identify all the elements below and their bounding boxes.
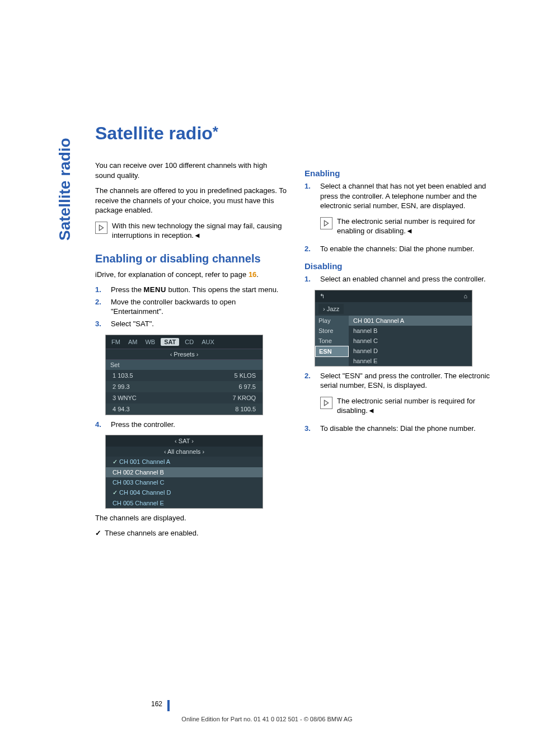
step-number: 2. xyxy=(305,371,315,381)
preset-cell: 5 KLOS xyxy=(234,372,256,379)
home-icon: ⌂ xyxy=(463,293,467,300)
step-text: Press the controller. xyxy=(111,420,175,430)
step-text: Select a channel that has not yet been e… xyxy=(320,181,498,211)
step-4: 4. Press the controller. xyxy=(95,420,289,430)
step-number: 2. xyxy=(95,297,105,307)
menu-button-label: MENU xyxy=(144,285,166,294)
step-text: Select "SAT". xyxy=(111,319,154,329)
step-2: 2. Move the controller backwards to open… xyxy=(95,297,289,317)
idrive-ref-text-a: iDrive, for explanation of concept, refe… xyxy=(95,270,249,279)
sat-all-channels: ‹ All channels › xyxy=(106,447,263,457)
step-text-b: button. This opens the start menu. xyxy=(166,285,279,294)
note-signal-fail: With this new technology the signal may … xyxy=(95,221,289,241)
end-mark-icon: ◄ xyxy=(194,231,201,240)
enabling-step-2: 2. To enable the channels: Dial the phon… xyxy=(305,244,498,254)
presets-label: ‹ Presets › xyxy=(106,349,263,360)
channel-row: hannel C xyxy=(349,336,472,346)
channel-item: CH 005 Channel E xyxy=(106,498,263,508)
preset-cell: 7 KROQ xyxy=(232,395,256,401)
tab-cd: CD xyxy=(182,337,196,346)
radio-source-tabs: FM AM WB SAT CD AUX xyxy=(106,335,263,349)
enabled-channels-note: ✓ These channels are enabled. xyxy=(95,529,289,537)
page-number: 162 xyxy=(151,700,162,708)
step-text: Select an enabled channel and press the … xyxy=(320,274,486,284)
note-icon xyxy=(320,217,332,229)
disabling-step-1: 1. Select an enabled channel and press t… xyxy=(305,274,498,284)
end-mark-icon: ◄ xyxy=(368,406,375,415)
step-text: Select "ESN" and press the controller. T… xyxy=(320,371,498,391)
step-text: To disable the channels: Dial the phone … xyxy=(320,424,476,434)
disabling-step-2: 2. Select "ESN" and press the controller… xyxy=(305,371,498,391)
step-text-a: Press the xyxy=(111,285,144,294)
note-esn-enable: The electronic serial number is required… xyxy=(320,217,498,236)
enabled-channels-text: These channels are enabled. xyxy=(105,529,199,537)
page-title: Satellite radio* xyxy=(95,123,498,144)
note-icon xyxy=(95,222,107,234)
side-section-tab: Satellite radio xyxy=(56,138,74,241)
channel-row: hannel D xyxy=(349,346,472,356)
step-number: 2. xyxy=(305,244,315,254)
screenshot-sat-channels: ‹ SAT › ‹ All channels › CH 001 Channel … xyxy=(105,435,263,509)
step-number: 4. xyxy=(95,420,105,430)
tab-aux: AUX xyxy=(199,337,217,346)
intro-paragraph-2: The channels are offered to you in prede… xyxy=(95,186,289,215)
step-number: 3. xyxy=(305,424,315,434)
step-number: 1. xyxy=(305,274,315,284)
back-icon: ↰ xyxy=(320,293,325,300)
check-icon: ✓ xyxy=(95,529,101,537)
page-ref-16[interactable]: 16 xyxy=(249,270,256,279)
screenshot-jazz-esn: ↰ ⌂ › Jazz Play Store Tone ESN CH 001 Ch… xyxy=(315,290,472,367)
preset-cell: 6 97.5 xyxy=(238,383,256,390)
note-text: The electronic serial number is required… xyxy=(337,397,475,415)
page-number-bar xyxy=(167,700,170,711)
note-esn-disable: The electronic serial number is required… xyxy=(320,396,498,416)
channel-item: CH 003 Channel C xyxy=(106,477,263,487)
tab-sat: SAT xyxy=(161,338,179,346)
channel-row: hannel B xyxy=(349,326,472,336)
tab-fm: FM xyxy=(109,337,123,346)
enabling-step-1: 1. Select a channel that has not yet bee… xyxy=(305,181,498,211)
subheading-disabling: Disabling xyxy=(305,261,498,271)
idrive-ref-text-b: . xyxy=(256,270,259,279)
step-number: 1. xyxy=(95,285,105,295)
preset-cell: 3 WNYC xyxy=(113,395,137,401)
footer-copyright: Online Edition for Part no. 01 41 0 012 … xyxy=(0,716,534,722)
note-icon xyxy=(320,397,332,409)
step-3: 3. Select "SAT". xyxy=(95,319,289,329)
menu-tone: Tone xyxy=(315,336,349,346)
title-text: Satellite radio xyxy=(95,123,213,143)
preset-cell: 4 94.3 xyxy=(113,406,130,412)
intro-paragraph-1: You can receive over 100 different chann… xyxy=(95,161,289,180)
section-enabling-disabling: Enabling or disabling channels xyxy=(95,252,289,265)
screenshot-radio-presets: FM AM WB SAT CD AUX ‹ Presets › Set 1 10… xyxy=(105,335,263,415)
channel-item-selected: CH 002 Channel B xyxy=(106,467,263,477)
end-mark-icon: ◄ xyxy=(406,227,413,235)
category-tab-jazz: › Jazz xyxy=(318,304,344,314)
preset-cell: 2 99.3 xyxy=(113,383,130,390)
channel-item: CH 004 Channel D xyxy=(106,487,263,498)
menu-store: Store xyxy=(315,326,349,336)
channel-row: CH 001 Channel A xyxy=(349,316,472,326)
channel-item: CH 001 Channel A xyxy=(106,457,263,467)
subheading-enabling: Enabling xyxy=(305,168,498,178)
sat-header: ‹ SAT › xyxy=(106,435,263,447)
step-1: 1. Press the MENU button. This opens the… xyxy=(95,285,289,295)
step-number: 1. xyxy=(305,181,315,191)
preset-cell: 1 103.5 xyxy=(113,372,133,379)
title-asterisk: * xyxy=(213,123,218,140)
idrive-reference: iDrive, for explanation of concept, refe… xyxy=(95,270,289,280)
channel-row: hannel E xyxy=(349,356,472,366)
tab-am: AM xyxy=(126,337,140,346)
tab-wb: WB xyxy=(143,337,157,346)
channels-displayed-text: The channels are displayed. xyxy=(95,513,289,523)
preset-cell: 8 100.5 xyxy=(235,406,256,412)
menu-play: Play xyxy=(315,316,349,326)
disabling-step-3: 3. To disable the channels: Dial the pho… xyxy=(305,424,498,434)
step-text: Move the controller backwards to open "E… xyxy=(111,297,289,317)
set-label: Set xyxy=(106,360,263,370)
menu-esn: ESN xyxy=(315,346,349,357)
step-number: 3. xyxy=(95,319,105,329)
step-text: To enable the channels: Dial the phone n… xyxy=(320,244,474,254)
